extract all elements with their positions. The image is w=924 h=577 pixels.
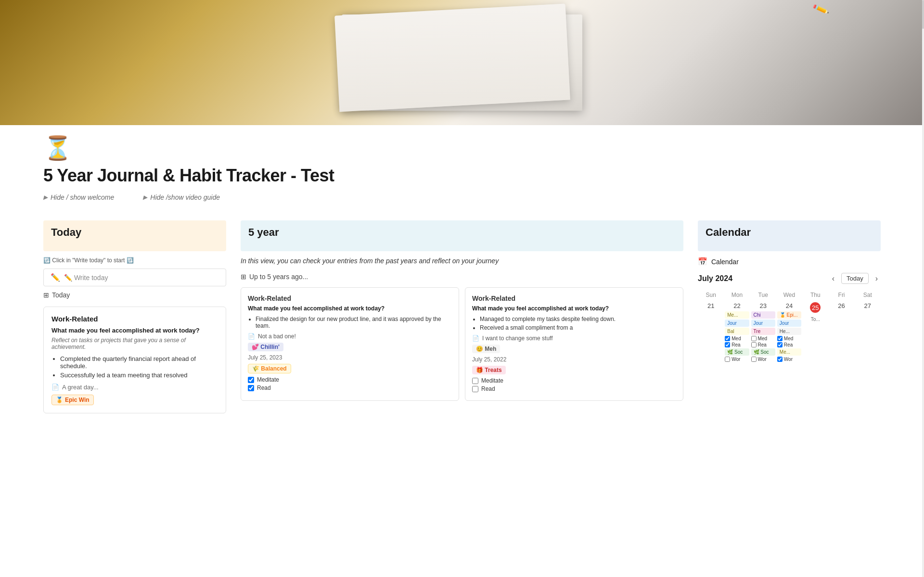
cal-check-23-med[interactable]: Med xyxy=(751,336,775,341)
cal-check-22-rea[interactable]: Rea xyxy=(725,342,749,347)
toggle-welcome[interactable]: ▶ Hide / show welcome xyxy=(43,193,114,201)
cal-check-22-med[interactable]: Med xyxy=(725,336,749,341)
year-card-2022: Work-Related What made you feel accompli… xyxy=(465,287,683,401)
mood-meh-badge[interactable]: 😊 Meh xyxy=(472,345,500,353)
cal-cell-22: 22 Me... Jour Bal Med Rea 🌿 Soc Wor xyxy=(724,300,750,365)
calendar-week-row: 21 22 Me... Jour Bal Med Rea 🌿 Soc Wor xyxy=(698,300,881,365)
calendar-icon: 📅 xyxy=(698,257,707,266)
today-gallery-btn[interactable]: ⊞ Today xyxy=(43,291,226,299)
cal-date-21: 21 xyxy=(699,302,723,309)
year-card-2023: Work-Related What made you feel accompli… xyxy=(241,287,459,401)
cal-chip-23-1[interactable]: Chi xyxy=(751,311,775,319)
cal-check-24-med-input[interactable] xyxy=(777,336,783,341)
toggle-welcome-arrow: ▶ xyxy=(43,194,48,201)
five-year-column: 5 year In this view, you can check your … xyxy=(241,220,683,413)
year-card-2023-bullets: Finalized the design for our new product… xyxy=(248,316,452,329)
cal-cell-24: 24 🏅 Epi... Jour He... Med Rea Me... Wor xyxy=(776,300,802,365)
read-check-2023[interactable] xyxy=(248,385,254,391)
cal-check-24-med[interactable]: Med xyxy=(777,336,801,341)
cal-check-23-wor[interactable]: Wor xyxy=(751,357,775,362)
cal-chip-23-soc[interactable]: 🌿 Soc xyxy=(751,348,775,356)
calendar-header: Calendar xyxy=(698,220,881,251)
cal-check-23-med-input[interactable] xyxy=(751,336,757,341)
cal-cell-26: 26 xyxy=(828,300,854,365)
epic-win-icon: 🏅 xyxy=(56,397,63,403)
cal-check-22-med-input[interactable] xyxy=(725,336,730,341)
scrollbar-thumb xyxy=(922,0,924,29)
cal-date-27: 27 xyxy=(856,302,880,309)
year-card-2022-note: 📄 I want to change some stuff xyxy=(472,335,676,342)
scrollbar[interactable] xyxy=(922,0,924,433)
cal-chip-23-2[interactable]: Jour xyxy=(751,320,775,327)
calendar-grid: Sun Mon Tue Wed Thu Fri Sat 21 xyxy=(698,290,881,365)
calendar-top-row: 📅 Calendar xyxy=(698,257,881,266)
cal-chip-24-me[interactable]: Me... xyxy=(777,348,801,356)
five-year-grid-icon: ⊞ xyxy=(241,273,246,281)
write-today-button[interactable]: ✏️ ✏️ Write today xyxy=(43,269,226,286)
today-note-row: 📄 A great day... xyxy=(51,384,218,391)
meditate-checkbox-2022[interactable]: Meditate xyxy=(472,377,676,384)
today-bullet-list: Completed the quarterly financial report… xyxy=(51,355,218,379)
click-hint: 🔃 Click in "Write today" to start 🔃 xyxy=(43,257,226,264)
year-cards-grid: Work-Related What made you feel accompli… xyxy=(241,287,683,401)
note-doc-icon-2023: 📄 xyxy=(248,333,255,340)
cal-day-mon: Mon xyxy=(724,290,750,300)
read-check-2022[interactable] xyxy=(472,386,478,392)
note-label-2023: Not a bad one! xyxy=(258,333,296,340)
cal-chip-23-3[interactable]: Tre xyxy=(751,328,775,335)
five-year-header: 5 year xyxy=(241,220,683,251)
calendar-month-year: July 2024 xyxy=(698,274,732,283)
mood-balanced-badge[interactable]: 🌾 Balanced xyxy=(248,364,291,373)
epic-win-label: Epic Win xyxy=(65,397,90,403)
calendar-prev-btn[interactable]: ‹ xyxy=(829,273,837,284)
page-header: ⏳ 5 Year Journal & Habit Tracker - Test … xyxy=(0,125,924,220)
today-card: Work-Related What made you feel accompli… xyxy=(43,307,226,413)
cal-check-24-wor-input[interactable] xyxy=(777,357,783,362)
meditate-check-2022[interactable] xyxy=(472,378,478,384)
cal-check-22-rea-input[interactable] xyxy=(725,342,730,347)
cal-check-23-rea-input[interactable] xyxy=(751,342,757,347)
cal-chip-22-soc[interactable]: 🌿 Soc xyxy=(725,348,749,356)
cal-day-wed: Wed xyxy=(776,290,802,300)
epic-win-badge[interactable]: 🏅 Epic Win xyxy=(51,395,94,405)
cal-chip-22-1[interactable]: Me... xyxy=(725,311,749,319)
mood-treats-badge[interactable]: 🎁 Treats xyxy=(472,366,506,374)
five-year-heading: 5 year xyxy=(248,226,676,239)
five-year-description: In this view, you can check your entries… xyxy=(241,256,683,266)
five-year-gallery-btn[interactable]: ⊞ Up to 5 years ago... xyxy=(241,273,683,281)
page-title: 5 Year Journal & Habit Tracker - Test xyxy=(43,166,881,186)
hero-banner: ✏️ xyxy=(0,0,924,125)
cal-chip-24-3[interactable]: He... xyxy=(777,328,801,335)
cal-date-22: 22 xyxy=(725,302,749,309)
cal-day-sat: Sat xyxy=(855,290,881,300)
read-checkbox-2022[interactable]: Read xyxy=(472,385,676,392)
meditate-checkbox-2023[interactable]: Meditate xyxy=(248,376,452,383)
cal-check-23-med-label: Med xyxy=(758,336,767,341)
meditate-check-2023[interactable] xyxy=(248,377,254,383)
page-doc-icon: 📄 xyxy=(51,384,59,391)
cal-chip-24-1[interactable]: 🏅 Epi... xyxy=(777,311,801,319)
cal-check-22-wor[interactable]: Wor xyxy=(725,357,749,362)
cal-chip-22-2[interactable]: Jour xyxy=(725,320,749,327)
year-card-2022-question: What made you feel accomplished at work … xyxy=(472,305,676,312)
cal-check-23-wor-input[interactable] xyxy=(751,357,757,362)
cal-check-24-rea-input[interactable] xyxy=(777,342,783,347)
read-checkbox-2023[interactable]: Read xyxy=(248,385,452,391)
cal-chip-24-2[interactable]: Jour xyxy=(777,320,801,327)
cal-check-22-wor-input[interactable] xyxy=(725,357,730,362)
cal-check-22-med-label: Med xyxy=(732,336,741,341)
mood-chillin-badge[interactable]: 💕 Chillin' xyxy=(248,343,283,351)
cal-date-25-today: 25 xyxy=(810,302,821,313)
cal-check-22-rea-label: Rea xyxy=(732,342,740,347)
cal-check-23-rea[interactable]: Rea xyxy=(751,342,775,347)
toggle-video[interactable]: ▶ Hide /show video guide xyxy=(143,193,220,201)
cal-chip-22-3[interactable]: Bal xyxy=(725,328,749,335)
calendar-next-btn[interactable]: › xyxy=(873,273,881,284)
cal-check-24-wor[interactable]: Wor xyxy=(777,357,801,362)
meditate-label-2022: Meditate xyxy=(481,377,503,384)
cal-check-24-rea[interactable]: Rea xyxy=(777,342,801,347)
calendar-today-btn[interactable]: Today xyxy=(841,273,869,284)
cal-check-23-rea-label: Rea xyxy=(758,342,767,347)
today-note-label: A great day... xyxy=(62,384,99,391)
today-card-title: Work-Related xyxy=(51,315,218,323)
